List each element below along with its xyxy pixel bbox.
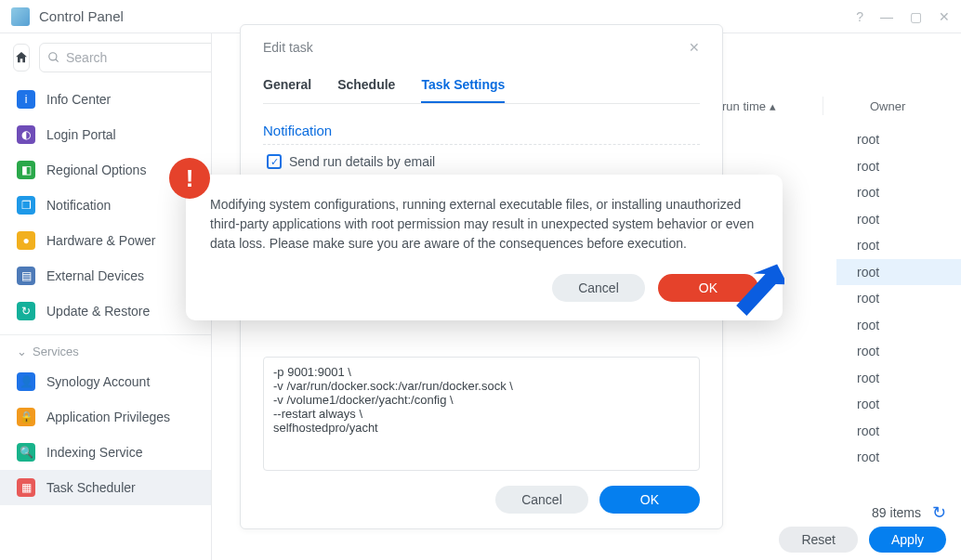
table-row[interactable]: root (836, 338, 961, 365)
home-button[interactable] (13, 44, 30, 72)
warn-ok-button[interactable]: OK (658, 274, 758, 302)
section-label-text: Services (33, 345, 79, 358)
sidebar-item-hardware[interactable]: ● Hardware & Power (0, 223, 211, 258)
chevron-down-icon: ⌄ (17, 345, 27, 358)
refresh-icon[interactable]: ↻ (932, 502, 946, 523)
group-notification: Notification (263, 117, 700, 145)
tab-task-settings[interactable]: Task Settings (421, 72, 505, 103)
restore-icon: ↻ (17, 302, 35, 320)
warning-icon: ! (169, 158, 210, 199)
warning-dialog: ! Modifying system configurations, runni… (186, 175, 783, 320)
sort-asc-icon: ▴ (770, 99, 776, 113)
sidebar-item-label: Info Center (46, 92, 111, 107)
table-row[interactable]: root (836, 206, 961, 233)
edit-ok-button[interactable]: OK (599, 486, 700, 514)
info-icon: i (17, 90, 35, 109)
sidebar-item-info-center[interactable]: i Info Center (0, 82, 211, 117)
app-icon (11, 7, 30, 26)
sidebar-item-label: Task Scheduler (46, 480, 136, 495)
table-row[interactable]: root (836, 418, 961, 445)
sidebar-item-external[interactable]: ▤ External Devices (0, 258, 211, 293)
warn-cancel-button[interactable]: Cancel (552, 274, 645, 302)
portal-icon: ◐ (17, 125, 35, 144)
help-icon[interactable]: ? (856, 9, 863, 24)
close-icon[interactable]: ✕ (689, 40, 700, 55)
lock-icon: 🔒 (17, 408, 35, 426)
table-row[interactable]: root (836, 232, 961, 259)
home-icon (14, 50, 29, 65)
chat-icon: ❐ (17, 196, 35, 215)
search-input[interactable] (66, 50, 212, 65)
script-textarea[interactable]: -p 9001:9001 \ -v /var/run/docker.sock:/… (263, 357, 700, 471)
window-title: Control Panel (39, 8, 124, 24)
col-owner[interactable]: Owner (870, 99, 944, 113)
owner-column: root root root root root root root root … (836, 126, 961, 471)
apply-button[interactable]: Apply (869, 527, 946, 553)
checkbox-send-email[interactable]: ✓ Send run details by email (267, 154, 700, 169)
table-row[interactable]: root (836, 126, 961, 153)
reset-button[interactable]: Reset (779, 527, 858, 553)
sidebar-item-login-portal[interactable]: ◐ Login Portal (0, 117, 211, 152)
sidebar-item-app-privileges[interactable]: 🔒 Application Privileges (0, 399, 211, 435)
sidebar-item-label: Notification (46, 198, 111, 213)
table-row[interactable]: root (836, 312, 961, 339)
checkbox-icon: ✓ (267, 154, 282, 169)
user-icon: 👤 (17, 372, 35, 391)
col-runtime[interactable]: t run time ▴ (716, 99, 776, 113)
tab-schedule[interactable]: Schedule (337, 72, 395, 103)
svg-point-0 (49, 53, 57, 60)
regional-icon: ◧ (17, 161, 35, 179)
table-row[interactable]: root (836, 179, 961, 206)
table-row[interactable]: root (836, 444, 961, 471)
table-row[interactable]: root (836, 365, 961, 392)
maximize-icon[interactable]: ▢ (910, 9, 922, 24)
search-doc-icon: 🔍 (17, 443, 35, 462)
calendar-icon: ▦ (17, 478, 35, 497)
sidebar-item-label: Regional Options (46, 163, 146, 177)
svg-line-1 (56, 59, 59, 62)
close-icon[interactable]: ✕ (939, 9, 950, 24)
table-row[interactable]: root (836, 153, 961, 180)
bulb-icon: ● (17, 231, 35, 250)
search-icon (47, 51, 60, 64)
search-field[interactable] (39, 43, 212, 72)
table-row[interactable]: root (836, 391, 961, 418)
dialog-title: Edit task (263, 40, 313, 55)
checkbox-label: Send run details by email (289, 154, 435, 169)
sidebar-item-label: Indexing Service (46, 445, 143, 460)
sidebar-item-label: Application Privileges (46, 410, 170, 424)
table-row[interactable]: root (836, 285, 961, 312)
edit-cancel-button[interactable]: Cancel (495, 486, 588, 514)
table-row[interactable]: root (836, 259, 961, 286)
sidebar-item-label: Update & Restore (46, 304, 150, 319)
sidebar-item-indexing[interactable]: 🔍 Indexing Service (0, 435, 211, 470)
sidebar: i Info Center ◐ Login Portal ◧ Regional … (0, 33, 212, 560)
section-services[interactable]: ⌄ Services (0, 334, 211, 364)
item-count: 89 items (872, 505, 921, 520)
sidebar-item-update[interactable]: ↻ Update & Restore (0, 293, 211, 329)
sidebar-item-label: Synology Account (46, 374, 150, 389)
warning-text: Modifying system configurations, running… (210, 195, 758, 254)
tab-general[interactable]: General (263, 72, 311, 103)
sidebar-item-label: Hardware & Power (46, 233, 156, 248)
device-icon: ▤ (17, 267, 35, 285)
sidebar-item-synology-account[interactable]: 👤 Synology Account (0, 364, 211, 399)
minimize-icon[interactable]: — (880, 9, 893, 24)
sidebar-item-task-scheduler[interactable]: ▦ Task Scheduler (0, 470, 211, 505)
sidebar-item-label: External Devices (46, 268, 144, 283)
sidebar-item-label: Login Portal (46, 127, 116, 142)
